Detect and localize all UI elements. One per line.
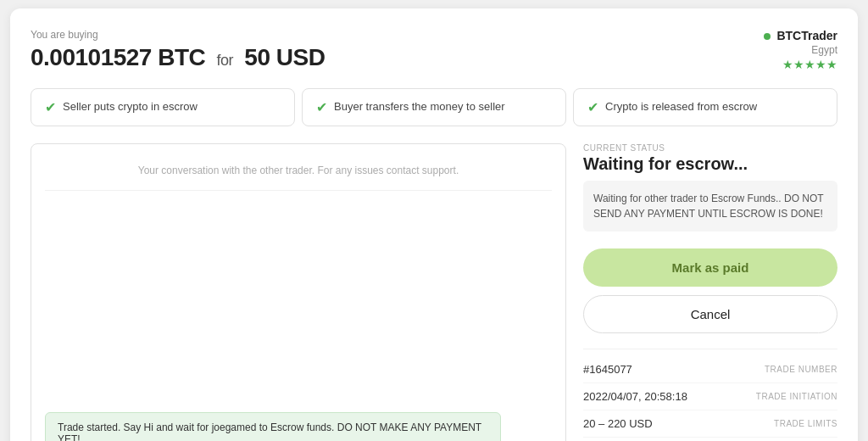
for-text: for [217,52,234,69]
step-3-icon: ✔ [587,99,598,115]
trade-initiation-value: 2022/04/07, 20:58:18 [583,390,687,403]
current-status-label: CURRENT STATUS [583,143,837,153]
trade-number-label: TRADE NUMBER [765,365,837,374]
trader-stars: ★★★★★ [764,58,837,71]
mark-as-paid-button[interactable]: Mark as paid [583,248,837,287]
step-2-icon: ✔ [316,99,327,115]
fiat-amount: 50 USD [244,44,325,70]
step-1: ✔ Seller puts crypto in escrow [31,88,295,126]
left-panel: Your conversation with the other trader.… [31,143,566,441]
steps-row: ✔ Seller puts crypto in escrow ✔ Buyer t… [31,88,837,126]
step-1-label: Seller puts crypto in escrow [63,100,198,114]
step-3-label: Crypto is released from escrow [605,100,757,114]
status-title: Waiting for escrow... [583,154,837,174]
trade-amount: 0.00101527 BTC for 50 USD [31,44,325,71]
cancel-button[interactable]: Cancel [583,295,837,333]
trade-details: #1645077 TRADE NUMBER 2022/04/07, 20:58:… [583,349,837,441]
trade-initiation-row: 2022/04/07, 20:58:18 TRADE INITIATION [583,383,837,410]
escrow-warning: Waiting for other trader to Escrow Funds… [583,181,837,232]
buying-label: You are buying [31,29,325,41]
trade-initiation-label: TRADE INITIATION [756,392,837,401]
trade-limits-value: 20 – 220 USD [583,417,653,430]
trade-number-row: #1645077 TRADE NUMBER [583,356,837,383]
step-1-icon: ✔ [45,99,56,115]
step-2-label: Buyer transfers the money to seller [334,100,505,114]
header-right: BTCTrader Egypt ★★★★★ [764,29,837,71]
right-panel: CURRENT STATUS Waiting for escrow... Wai… [583,143,837,441]
trader-online-dot [764,33,771,40]
step-3: ✔ Crypto is released from escrow [573,88,837,126]
current-status-section: CURRENT STATUS Waiting for escrow... Wai… [583,143,837,235]
exchange-rate-row: 1 ETH = 3846.59 EUR EXCHANGE RATE [583,438,837,441]
trade-limits-row: 20 – 220 USD TRADE LIMITS [583,410,837,438]
conversation-hint: Your conversation with the other trader.… [45,158,552,191]
header-left: You are buying 0.00101527 BTC for 50 USD [31,29,325,71]
list-item: Trade started. Say Hi and wait for joega… [45,412,552,441]
main-container: You are buying 0.00101527 BTC for 50 USD… [10,8,858,441]
btc-amount: 0.00101527 BTC [31,44,205,70]
chat-messages: Trade started. Say Hi and wait for joega… [45,201,552,441]
trader-name: BTCTrader [764,29,837,42]
trade-number-value: #1645077 [583,363,632,376]
main-content: Your conversation with the other trader.… [31,143,837,441]
header: You are buying 0.00101527 BTC for 50 USD… [31,29,837,71]
trader-country: Egypt [764,44,837,56]
trade-limits-label: TRADE LIMITS [774,419,837,428]
chat-bubble: Trade started. Say Hi and wait for joega… [45,412,501,441]
step-2: ✔ Buyer transfers the money to seller [302,88,566,126]
